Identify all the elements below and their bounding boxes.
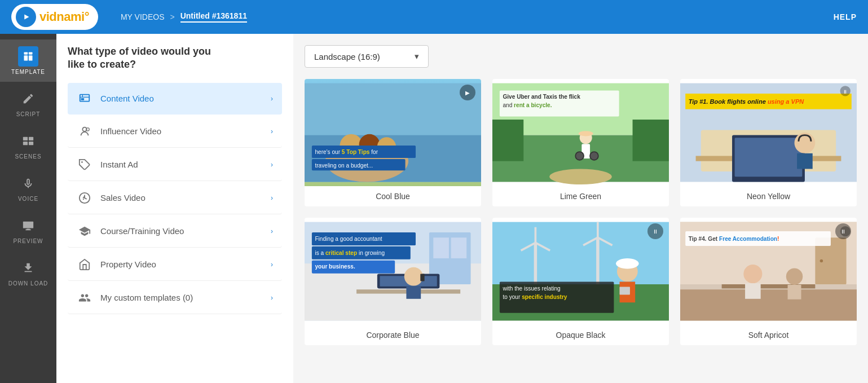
svg-point-39 (579, 131, 593, 136)
custom-templates-icon (77, 290, 92, 306)
svg-point-94 (743, 265, 762, 283)
sidebar-item-download[interactable]: DOWN LOAD (0, 251, 56, 293)
neon-yellow-name: Neon Yellow (680, 186, 857, 206)
category-item-property-video[interactable]: Property Video › (68, 249, 282, 281)
svg-rect-73 (596, 237, 600, 284)
sidebar-item-preview[interactable]: PREVIEW (0, 209, 56, 251)
soft-apricot-scene: Tip #4. Get Free Accommodation! (680, 218, 857, 325)
content-video-label: Content Video (100, 94, 271, 103)
logo-play-icon (20, 11, 32, 23)
svg-text:to your specific industry: to your specific industry (503, 294, 567, 300)
category-item-course-video[interactable]: Course/Training Video › (68, 215, 282, 248)
property-video-icon-svg (78, 258, 91, 271)
category-item-custom-templates[interactable]: My custom templates (0) › (68, 282, 282, 314)
preview-icon (18, 215, 38, 236)
sidebar-item-script[interactable]: SCRIPT (0, 82, 56, 124)
cool-blue-name: Cool Blue (305, 186, 481, 206)
svg-text:Give Uber and Taxis the flick: Give Uber and Taxis the flick (503, 94, 580, 100)
soft-apricot-thumb-inner: Tip #4. Get Free Accommodation! (680, 218, 857, 325)
script-icon (18, 89, 38, 109)
sidebar-item-scenes[interactable]: SCENES (0, 124, 56, 166)
template-card-corporate-blue[interactable]: Finding a good accountant is a critical … (305, 218, 481, 345)
svg-rect-97 (788, 285, 801, 300)
template-card-opaque-black[interactable]: with the issues relating to your specifi… (492, 218, 669, 345)
aspect-ratio-dropdown[interactable]: Landscape (16:9) ▾ (305, 45, 429, 68)
category-item-sales-video[interactable]: Sales Video › (68, 182, 282, 214)
influencer-video-arrow: › (271, 127, 273, 135)
course-video-label: Course/Training Video (100, 226, 271, 236)
svg-point-96 (786, 268, 803, 284)
svg-rect-7 (23, 142, 28, 145)
svg-text:Tip #4. Get Free Accommodation: Tip #4. Get Free Accommodation! (689, 236, 779, 242)
property-video-arrow: › (271, 261, 273, 268)
icon-sidebar: TEMPLATE SCRIPT SCENES (0, 34, 56, 383)
template-card-neon-yellow[interactable]: Tip #1. Book flights online using a VPN … (680, 79, 857, 206)
template-card-cool-blue[interactable]: here's our 5 Top Tips for traveling on a… (305, 79, 481, 206)
logo-icon (16, 7, 36, 27)
svg-rect-63 (406, 286, 421, 299)
instant-ad-label: Instant Ad (100, 160, 271, 169)
svg-rect-15 (81, 98, 85, 100)
content-area: Landscape (16:9) ▾ (293, 34, 868, 383)
svg-rect-57 (433, 237, 449, 258)
svg-rect-1 (24, 52, 28, 55)
template-thumb-lime-green: Give Uber and Taxis the flick and rent a… (492, 79, 669, 186)
logo-text: vidnami° (39, 10, 89, 24)
sales-video-arrow: › (271, 194, 273, 202)
templates-grid: here's our 5 Top Tips for traveling on a… (305, 79, 857, 345)
svg-text:here's our 5 Top Tips for: here's our 5 Top Tips for (315, 149, 378, 155)
svg-point-37 (575, 152, 584, 160)
content-video-icon-svg (78, 93, 91, 105)
lime-green-name: Lime Green (492, 186, 669, 206)
template-thumb-soft-apricot: Tip #4. Get Free Accommodation! ⏸ (680, 218, 857, 325)
property-video-icon (77, 257, 92, 272)
preview-label: PREVIEW (13, 238, 43, 244)
category-item-influencer-video[interactable]: Influencer Video › (68, 116, 282, 148)
sidebar-item-template[interactable]: TEMPLATE (0, 39, 56, 82)
category-item-content-video[interactable]: Content Video › (68, 83, 282, 115)
lime-green-thumb-inner: Give Uber and Taxis the flick and rent a… (492, 79, 669, 186)
help-button[interactable]: HELP (834, 12, 857, 21)
template-thumb-cool-blue: here's our 5 Top Tips for traveling on a… (305, 79, 481, 186)
breadcrumb: MY VIDEOS > Untitled #1361811 (121, 11, 247, 23)
svg-rect-71 (492, 222, 669, 284)
property-video-label: Property Video (100, 259, 271, 269)
svg-text:your business.: your business. (315, 263, 355, 270)
template-card-lime-green[interactable]: Give Uber and Taxis the flick and rent a… (492, 79, 669, 206)
voice-icon-svg (22, 177, 34, 190)
svg-point-82 (616, 258, 639, 268)
main-layout: TEMPLATE SCRIPT SCENES (0, 34, 868, 383)
influencer-video-icon-svg (78, 125, 91, 138)
soft-apricot-play-btn: ⏸ (835, 223, 851, 239)
svg-text:traveling on a budget...: traveling on a budget... (315, 162, 373, 169)
preview-icon-svg (22, 219, 34, 232)
svg-rect-8 (29, 142, 33, 145)
svg-point-91 (820, 259, 823, 263)
svg-rect-72 (534, 243, 537, 284)
template-icon (18, 46, 38, 67)
svg-rect-6 (29, 137, 33, 140)
content-video-arrow: › (271, 95, 273, 103)
svg-point-38 (590, 152, 598, 160)
opaque-black-play-btn: ⏸ (647, 223, 663, 239)
template-card-soft-apricot[interactable]: Tip #4. Get Free Accommodation! ⏸ Soft A… (680, 218, 857, 345)
voice-icon (18, 173, 38, 193)
content-video-icon (77, 91, 92, 107)
cool-blue-play-btn: ▶ (460, 85, 475, 100)
scenes-icon (18, 131, 38, 151)
influencer-video-label: Influencer Video (100, 126, 271, 136)
template-icon-svg (23, 51, 34, 62)
template-thumb-neon-yellow: Tip #1. Book flights online using a VPN … (680, 79, 857, 186)
script-icon-svg (22, 93, 34, 105)
sidebar-item-voice[interactable]: VOICE (0, 166, 56, 209)
download-icon (18, 258, 38, 278)
sales-video-icon (77, 190, 92, 206)
nav-my-videos[interactable]: MY VIDEOS (121, 12, 165, 21)
header: vidnami° MY VIDEOS > Untitled #1361811 H… (0, 0, 868, 34)
svg-rect-3 (24, 55, 28, 60)
category-item-instant-ad[interactable]: Instant Ad › (68, 149, 282, 181)
svg-rect-5 (23, 137, 28, 140)
download-label: DOWN LOAD (8, 280, 49, 287)
svg-rect-32 (492, 120, 523, 161)
cool-blue-scene: here's our 5 Top Tips for traveling on a… (305, 79, 481, 186)
